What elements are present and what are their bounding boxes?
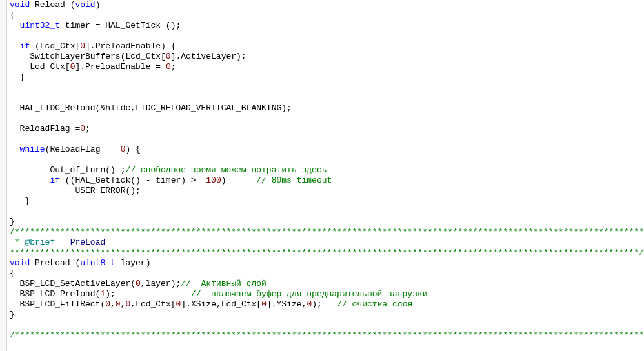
token-num: 0 (116, 299, 121, 309)
token-num: 0 (261, 299, 267, 309)
token-plain: PreLoad ( (30, 258, 80, 268)
code-line[interactable]: } (10, 196, 644, 206)
code-line[interactable]: HAL_LTDC_Reload(&hltdc,LTDC_RELOAD_VERTI… (10, 103, 644, 114)
code-line[interactable]: void PreLoad (uint8_t layer) (10, 258, 644, 268)
token-plain: } (10, 310, 15, 319)
token-kw: void (10, 258, 30, 268)
token-num: 0 (105, 299, 110, 309)
token-plain: ,layer); (141, 279, 181, 288)
code-area[interactable]: void Reload (void){ uint32_t timer = HAL… (7, 0, 644, 351)
token-doccomment: /***************************************… (10, 227, 644, 237)
token-plain: ) { (125, 145, 140, 154)
code-line[interactable]: if ((HAL_GetTick() - timer) >= 100) // 8… (10, 176, 644, 186)
code-line[interactable]: Lcd_Ctx[0].PreloadEnable = 0; (10, 62, 644, 72)
code-line[interactable]: { (10, 10, 644, 21)
token-plain: ) (221, 176, 257, 185)
token-plain: } (10, 217, 15, 226)
code-line[interactable]: ReloadFlag =0; (10, 124, 644, 134)
code-line[interactable] (10, 134, 644, 145)
token-plain: USER_ERROR(); (10, 186, 141, 196)
token-plain: (Lcd_Ctx[ (30, 41, 80, 51)
token-kw: void (75, 0, 95, 10)
code-line[interactable]: uint32_t timer = HAL_GetTick (); (10, 21, 644, 31)
code-line[interactable]: { (10, 268, 644, 279)
code-line[interactable]: /***************************************… (10, 330, 644, 341)
code-line[interactable]: SwitchLayerBuffers(Lcd_Ctx[0].ActiveLaye… (10, 52, 644, 62)
code-line[interactable]: /***************************************… (10, 227, 644, 237)
token-kw: if (50, 176, 60, 185)
token-plain: ].PreloadEnable) { (85, 41, 176, 51)
token-plain: ].ActiveLayer); (171, 52, 247, 61)
code-line[interactable]: while(ReloadFlag == 0) { (10, 145, 644, 155)
token-plain: ; (85, 124, 90, 134)
token-num: 100 (206, 176, 221, 185)
token-kw: void (10, 0, 30, 10)
token-plain: ; (171, 62, 176, 72)
token-plain: HAL_LTDC_Reload(&hltdc,LTDC_RELOAD_VERTI… (10, 103, 292, 113)
token-plain (55, 237, 70, 247)
token-plain: BSP_LCD_Preload( (10, 289, 100, 299)
token-num: 0 (136, 279, 141, 288)
token-plain: ].XSize,Lcd_Ctx[ (181, 299, 261, 309)
token-doccomment: ****************************************… (10, 248, 644, 257)
code-line[interactable]: * @brief PreLoad (10, 237, 644, 248)
code-line[interactable] (10, 93, 644, 103)
token-plain (10, 41, 20, 51)
token-kw: while (20, 145, 45, 154)
token-doccomment: /***************************************… (10, 330, 644, 340)
code-line[interactable] (10, 31, 644, 41)
token-kw: if (20, 41, 30, 51)
token-plain: ].YSize, (267, 299, 307, 309)
token-num: 0 (166, 62, 171, 72)
token-plain: layer) (116, 258, 151, 268)
code-line[interactable]: if (Lcd_Ctx[0].PreloadEnable) { (10, 41, 644, 52)
token-plain: BSP_LCD_FillRect( (10, 299, 105, 309)
token-type: uint8_t (80, 258, 116, 268)
token-comment: // Активный слой (181, 279, 267, 288)
code-line[interactable]: ****************************************… (10, 248, 644, 258)
fold-gutter[interactable] (0, 0, 7, 351)
token-plain: , (110, 299, 116, 309)
token-plain: Reload ( (30, 0, 75, 10)
token-doc-star: * (10, 237, 25, 247)
code-editor[interactable]: void Reload (void){ uint32_t timer = HAL… (0, 0, 644, 351)
code-line[interactable]: BSP_LCD_Preload(1); // включаем буфер дл… (10, 289, 644, 299)
token-plain: ) (96, 0, 101, 10)
code-line[interactable]: } (10, 72, 644, 83)
code-line[interactable] (10, 206, 644, 217)
token-brief-tag: @brief (25, 237, 55, 247)
token-type: uint32_t (20, 21, 60, 30)
token-brief-word: PreLoad (70, 237, 106, 247)
token-plain: (ReloadFlag == (45, 145, 121, 154)
token-comment: // очистка слоя (337, 299, 412, 309)
code-line[interactable]: } (10, 217, 644, 227)
token-plain: ReloadFlag = (10, 124, 80, 134)
token-plain (10, 176, 50, 185)
code-line[interactable]: BSP_LCD_SetActiveLayer(0,layer);// Актив… (10, 279, 644, 289)
token-num: 0 (80, 124, 85, 134)
token-plain: ,Lcd_Ctx[ (130, 299, 176, 309)
token-plain: ].PreloadEnable = (75, 62, 165, 72)
token-plain: timer = HAL_GetTick (); (60, 21, 181, 30)
code-line[interactable] (10, 320, 644, 330)
token-plain: ); (312, 299, 337, 309)
code-line[interactable] (10, 155, 644, 165)
code-line[interactable]: BSP_LCD_FillRect(0,0,0,Lcd_Ctx[0].XSize,… (10, 299, 644, 310)
code-line[interactable]: } (10, 310, 644, 320)
token-plain: ); (105, 289, 191, 299)
code-line[interactable]: void Reload (void) (10, 0, 644, 10)
code-line[interactable]: USER_ERROR(); (10, 186, 644, 196)
token-plain: SwitchLayerBuffers(Lcd_Ctx[ (10, 52, 166, 61)
token-plain (10, 145, 20, 154)
token-plain: { (10, 268, 15, 278)
token-plain: { (10, 10, 15, 20)
token-num: 0 (166, 52, 171, 61)
token-plain: Out_of_turn() ; (10, 165, 125, 175)
code-line[interactable] (10, 83, 644, 93)
token-plain: } (10, 72, 25, 82)
token-plain (10, 21, 20, 30)
code-line[interactable]: Out_of_turn() ;// свободное время можем … (10, 165, 644, 176)
token-plain: } (10, 196, 30, 206)
token-comment: // свободное время можем потратить здесь (125, 165, 327, 175)
code-line[interactable] (10, 114, 644, 124)
